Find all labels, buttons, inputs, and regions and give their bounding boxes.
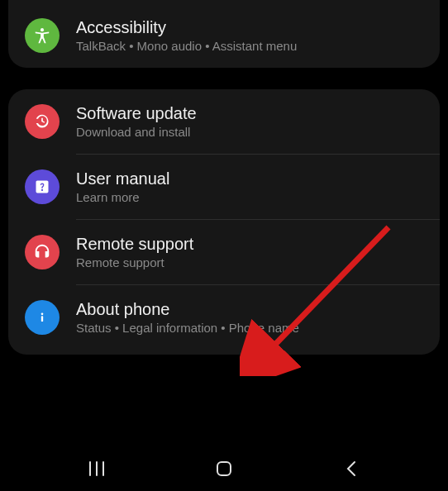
svg-point-1	[41, 313, 44, 316]
item-title: About phone	[76, 300, 423, 319]
item-title: Software update	[76, 104, 423, 123]
item-subtitle: Download and install	[76, 125, 423, 139]
recents-button[interactable]	[72, 452, 122, 485]
item-subtitle: Learn more	[76, 190, 423, 204]
back-button[interactable]	[326, 452, 376, 485]
svg-point-0	[41, 28, 44, 31]
remote-support-icon	[25, 235, 60, 269]
item-subtitle: Remote support	[76, 255, 423, 269]
settings-item-remote-support[interactable]: Remote support Remote support	[8, 220, 440, 284]
item-title: User manual	[76, 169, 423, 188]
about-phone-icon	[25, 300, 60, 335]
settings-item-user-manual[interactable]: User manual Learn more	[8, 155, 440, 219]
navigation-bar	[0, 446, 448, 491]
item-text: Remote support Remote support	[76, 235, 423, 269]
svg-rect-2	[41, 316, 43, 322]
software-update-icon	[25, 104, 60, 139]
user-manual-icon	[25, 169, 60, 204]
settings-group-1: Accessibility TalkBack • Mono audio • As…	[8, 0, 440, 68]
item-title: Remote support	[76, 235, 423, 254]
settings-item-software-update[interactable]: Software update Download and install	[8, 89, 440, 154]
settings-group-2: Software update Download and install Use…	[8, 89, 440, 355]
item-text: Software update Download and install	[76, 104, 423, 139]
item-title: Accessibility	[76, 18, 423, 37]
svg-rect-8	[217, 462, 231, 475]
item-text: User manual Learn more	[76, 169, 423, 204]
item-text: About phone Status • Legal information •…	[76, 300, 423, 335]
accessibility-icon	[25, 18, 60, 53]
home-button[interactable]	[199, 452, 249, 485]
settings-item-about-phone[interactable]: About phone Status • Legal information •…	[8, 285, 440, 350]
item-text: Accessibility TalkBack • Mono audio • As…	[76, 18, 423, 53]
item-subtitle: Status • Legal information • Phone name	[76, 321, 423, 335]
settings-item-accessibility[interactable]: Accessibility TalkBack • Mono audio • As…	[8, 3, 440, 68]
item-subtitle: TalkBack • Mono audio • Assistant menu	[76, 39, 423, 53]
